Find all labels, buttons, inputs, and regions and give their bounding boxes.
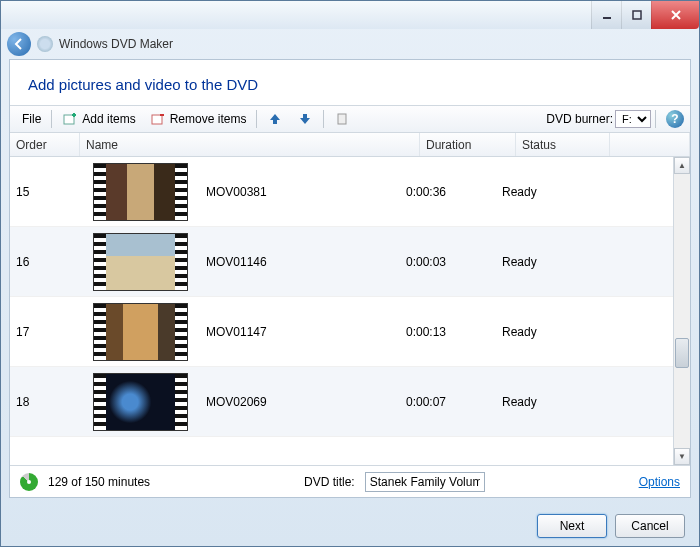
properties-button[interactable] [328,109,356,129]
options-link[interactable]: Options [639,475,680,489]
dvd-title-label: DVD title: [304,475,355,489]
close-button[interactable] [651,1,699,29]
list-item[interactable]: 16 MOV01146 0:00:03 Ready [10,227,673,297]
duration-cell: 0:00:03 [400,255,496,269]
arrow-up-icon [267,111,283,127]
column-spacer [610,133,690,156]
dvd-burner-label: DVD burner: [546,112,613,126]
column-order[interactable]: Order [10,133,80,156]
help-button[interactable]: ? [666,110,684,128]
toolbar: File Add items Remove items DVD bur [10,105,690,133]
list-body: 15 MOV00381 0:00:36 Ready 16 MOV01146 0:… [10,157,690,465]
list-item[interactable]: 17 MOV01147 0:00:13 Ready [10,297,673,367]
remove-items-label: Remove items [170,112,247,126]
column-name[interactable]: Name [80,133,420,156]
order-cell: 16 [10,255,80,269]
status-cell: Ready [496,325,590,339]
add-icon [62,111,78,127]
disc-usage-icon [20,473,38,491]
remove-icon [150,111,166,127]
duration-cell: 0:00:07 [400,395,496,409]
column-status[interactable]: Status [516,133,610,156]
status-cell: Ready [496,255,590,269]
svg-rect-2 [64,115,74,124]
video-thumbnail [93,163,188,221]
list-item[interactable]: 18 MOV02069 0:00:07 Ready [10,367,673,437]
scroll-thumb[interactable] [675,338,689,368]
titlebar [1,1,699,29]
list-header: Order Name Duration Status [10,133,690,157]
video-thumbnail [93,373,188,431]
move-up-button[interactable] [261,109,289,129]
duration-cell: 0:00:13 [400,325,496,339]
file-menu[interactable]: File [16,110,47,128]
toolbar-separator [256,110,257,128]
maximize-button[interactable] [621,1,651,29]
duration-cell: 0:00:36 [400,185,496,199]
scroll-track[interactable] [674,174,690,448]
move-down-button[interactable] [291,109,319,129]
name-cell: MOV02069 [200,395,400,409]
next-button[interactable]: Next [537,514,607,538]
order-cell: 17 [10,325,80,339]
button-bar: Next Cancel [1,506,699,546]
header-bar: Windows DVD Maker [1,29,699,59]
column-duration[interactable]: Duration [420,133,516,156]
video-thumbnail [93,233,188,291]
app-icon [37,36,53,52]
footer-bar: 129 of 150 minutes DVD title: Options [10,465,690,497]
svg-rect-4 [338,114,346,124]
toolbar-separator [51,110,52,128]
add-items-label: Add items [82,112,135,126]
dvd-burner-select[interactable]: F: [615,110,651,128]
vertical-scrollbar[interactable]: ▲ ▼ [673,157,690,465]
help-icon: ? [671,112,678,126]
properties-icon [334,111,350,127]
name-cell: MOV01146 [200,255,400,269]
svg-rect-1 [633,11,641,19]
page-title: Add pictures and video to the DVD [10,60,690,105]
svg-rect-0 [603,17,611,19]
dvd-title-input[interactable] [365,472,485,492]
toolbar-separator [655,110,656,128]
order-cell: 18 [10,395,80,409]
arrow-down-icon [297,111,313,127]
toolbar-separator [323,110,324,128]
window: Windows DVD Maker Add pictures and video… [0,0,700,547]
app-title: Windows DVD Maker [59,37,173,51]
file-menu-label: File [22,112,41,126]
order-cell: 15 [10,185,80,199]
remove-items-button[interactable]: Remove items [144,109,253,129]
name-cell: MOV01147 [200,325,400,339]
svg-rect-3 [152,115,162,124]
scroll-up-arrow[interactable]: ▲ [674,157,690,174]
cancel-button[interactable]: Cancel [615,514,685,538]
usage-text: 129 of 150 minutes [48,475,150,489]
status-cell: Ready [496,185,590,199]
name-cell: MOV00381 [200,185,400,199]
video-thumbnail [93,303,188,361]
list-item[interactable]: 15 MOV00381 0:00:36 Ready [10,157,673,227]
scroll-down-arrow[interactable]: ▼ [674,448,690,465]
minimize-button[interactable] [591,1,621,29]
add-items-button[interactable]: Add items [56,109,141,129]
content-panel: Add pictures and video to the DVD File A… [9,59,691,498]
back-button[interactable] [7,32,31,56]
status-cell: Ready [496,395,590,409]
